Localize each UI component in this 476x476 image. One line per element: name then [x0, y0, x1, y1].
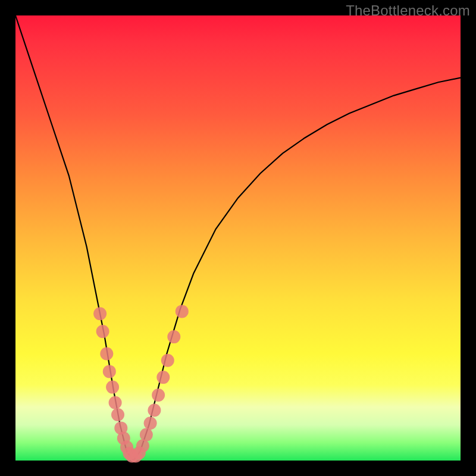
chart-frame: TheBottleneck.com	[0, 0, 476, 476]
data-marker	[167, 330, 180, 343]
watermark-text: TheBottleneck.com	[346, 2, 470, 19]
data-marker	[152, 389, 165, 402]
data-marker	[140, 428, 153, 441]
data-marker	[106, 381, 119, 394]
data-marker	[156, 371, 170, 384]
data-marker	[111, 408, 124, 421]
data-marker	[103, 365, 116, 378]
data-marker	[148, 404, 161, 417]
data-marker	[176, 305, 189, 318]
curve-layer	[15, 15, 461, 461]
data-marker	[96, 325, 109, 338]
data-marker	[93, 307, 107, 320]
plot-area	[15, 15, 461, 461]
data-marker	[100, 347, 113, 361]
bottleneck-curve	[15, 15, 461, 461]
data-marker	[161, 354, 174, 367]
data-marker	[109, 396, 122, 409]
data-marker	[136, 439, 149, 452]
data-marker	[144, 416, 157, 430]
